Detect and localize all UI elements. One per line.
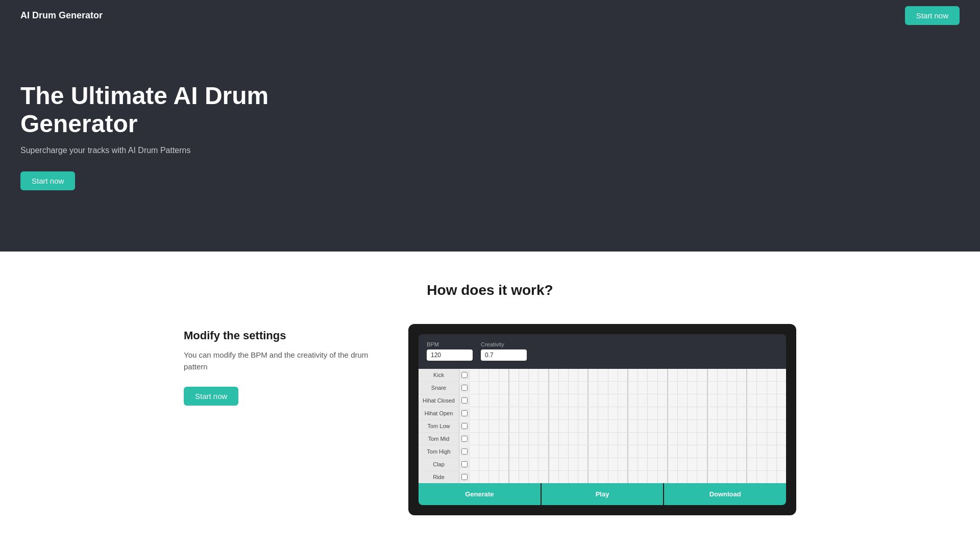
drum-cell[interactable] [688, 382, 697, 394]
drum-cell[interactable] [578, 471, 589, 483]
bpm-input[interactable] [427, 349, 473, 361]
drum-cell[interactable] [470, 458, 479, 470]
drum-cell[interactable] [648, 471, 657, 483]
drum-cell[interactable] [648, 433, 657, 445]
drum-cell[interactable] [697, 445, 707, 458]
drum-cell[interactable] [638, 420, 648, 432]
drum-cell[interactable] [489, 433, 499, 445]
drum-cell[interactable] [559, 471, 569, 483]
drum-cell[interactable] [638, 394, 648, 407]
drum-cell[interactable] [697, 458, 707, 470]
drum-cell[interactable] [589, 407, 598, 419]
drum-cell[interactable] [757, 471, 767, 483]
drum-cell[interactable] [499, 420, 509, 432]
drum-cell[interactable] [538, 445, 549, 458]
drum-cell[interactable] [549, 420, 559, 432]
drum-cell[interactable] [648, 369, 657, 381]
drum-cell[interactable] [538, 394, 549, 407]
drum-cell[interactable] [509, 369, 519, 381]
drum-cell[interactable] [718, 458, 727, 470]
drum-cell[interactable] [470, 394, 479, 407]
drum-cell[interactable] [618, 471, 628, 483]
drum-cell[interactable] [718, 407, 727, 419]
drum-cell[interactable] [708, 433, 718, 445]
drum-cell[interactable] [479, 433, 489, 445]
drum-cell[interactable] [678, 471, 688, 483]
drum-cell[interactable] [489, 369, 499, 381]
drum-cell[interactable] [688, 445, 697, 458]
drum-cell[interactable] [678, 369, 688, 381]
drum-cell[interactable] [549, 471, 559, 483]
drum-cell[interactable] [777, 458, 786, 470]
drum-cell[interactable] [648, 445, 657, 458]
drum-cell[interactable] [718, 369, 727, 381]
drum-cell[interactable] [688, 369, 697, 381]
drum-cell[interactable] [470, 420, 479, 432]
drum-cell[interactable] [538, 382, 549, 394]
download-button[interactable]: Download [664, 483, 786, 505]
drum-cell[interactable] [727, 471, 737, 483]
drum-cell[interactable] [658, 458, 668, 470]
drum-cell[interactable] [499, 458, 509, 470]
drum-cell[interactable] [718, 382, 727, 394]
drum-cell[interactable] [479, 394, 489, 407]
drum-cell[interactable] [479, 407, 489, 419]
drum-cell[interactable] [589, 369, 598, 381]
drum-cell[interactable] [559, 394, 569, 407]
drum-cell[interactable] [618, 420, 628, 432]
drum-cell[interactable] [737, 445, 747, 458]
drum-cell[interactable] [708, 369, 718, 381]
drum-cell[interactable] [549, 458, 559, 470]
drum-cell[interactable] [747, 407, 757, 419]
drum-cell[interactable] [628, 407, 638, 419]
drum-cell[interactable] [718, 445, 727, 458]
drum-cell[interactable] [559, 420, 569, 432]
drum-cell[interactable] [697, 394, 707, 407]
drum-cell[interactable] [479, 382, 489, 394]
drum-cell[interactable] [519, 382, 529, 394]
drum-cell[interactable] [608, 420, 618, 432]
drum-cell[interactable] [668, 458, 678, 470]
drum-cell[interactable] [470, 407, 479, 419]
generate-button[interactable]: Generate [419, 483, 542, 505]
drum-cell[interactable] [658, 394, 668, 407]
drum-row-checkbox[interactable] [459, 408, 470, 418]
drum-cell[interactable] [618, 458, 628, 470]
drum-cell[interactable] [737, 369, 747, 381]
drum-cell[interactable] [727, 445, 737, 458]
drum-cell[interactable] [519, 458, 529, 470]
drum-cell[interactable] [747, 445, 757, 458]
drum-cell[interactable] [708, 445, 718, 458]
drum-cell[interactable] [598, 445, 608, 458]
drum-cell[interactable] [529, 471, 538, 483]
drum-cell[interactable] [648, 407, 657, 419]
drum-row-checkbox[interactable] [459, 434, 470, 444]
drum-cell[interactable] [668, 471, 678, 483]
drum-cell[interactable] [489, 382, 499, 394]
drum-cell[interactable] [747, 471, 757, 483]
drum-cell[interactable] [499, 433, 509, 445]
drum-cell[interactable] [529, 433, 538, 445]
drum-cell[interactable] [618, 369, 628, 381]
drum-cell[interactable] [658, 382, 668, 394]
drum-cell[interactable] [608, 471, 618, 483]
drum-cell[interactable] [598, 369, 608, 381]
drum-cell[interactable] [697, 420, 707, 432]
drum-cell[interactable] [628, 433, 638, 445]
drum-cell[interactable] [529, 445, 538, 458]
drum-cell[interactable] [608, 445, 618, 458]
drum-cell[interactable] [638, 369, 648, 381]
drum-cell[interactable] [718, 433, 727, 445]
drum-cell[interactable] [638, 407, 648, 419]
drum-row-checkbox[interactable] [459, 459, 470, 469]
drum-cell[interactable] [549, 433, 559, 445]
drum-cell[interactable] [708, 382, 718, 394]
drum-cell[interactable] [559, 382, 569, 394]
drum-cell[interactable] [559, 445, 569, 458]
drum-cell[interactable] [470, 382, 479, 394]
drum-cell[interactable] [757, 445, 767, 458]
drum-cell[interactable] [638, 382, 648, 394]
drum-cell[interactable] [489, 407, 499, 419]
drum-cell[interactable] [688, 407, 697, 419]
drum-cell[interactable] [598, 394, 608, 407]
